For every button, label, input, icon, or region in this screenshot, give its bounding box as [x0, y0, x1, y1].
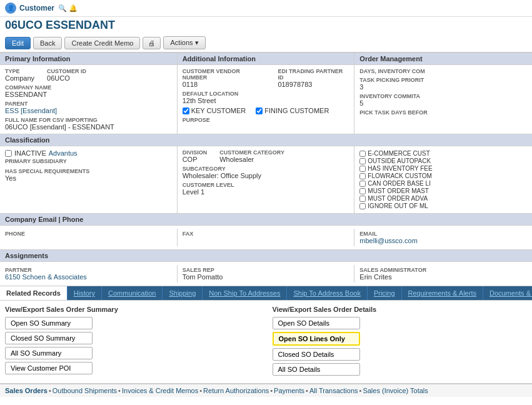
fining-customer-checkbox[interactable]	[256, 108, 263, 114]
bottom-link[interactable]: Sales (Invoice) Totals	[363, 387, 428, 394]
key-customer-label: KEY CUSTOMER	[191, 107, 246, 114]
classification-left: INACTIVE Advantus PRIMARY SUBSIDIARY HAS…	[0, 146, 178, 213]
bottom-link[interactable]: Invoices & Credit Memos	[122, 387, 198, 394]
right-checkbox[interactable]	[359, 166, 366, 172]
customer-id-label: CUSTOMER ID	[47, 68, 86, 74]
right-check-item: E-COMMERCE CUST	[359, 150, 527, 157]
right-check-item: OUTSIDE AUTOPACK	[359, 158, 527, 164]
right-checkbox[interactable]	[359, 173, 366, 179]
primary-subsidiary-label: PRIMARY SUBSIDIARY	[5, 158, 172, 164]
customer-category-value: Wholesaler	[219, 156, 284, 163]
edit-button[interactable]: Edit	[5, 37, 31, 49]
tab-content: View/Export Sales Order Summary Open SO …	[0, 301, 532, 384]
sales-rep-value: Tom Pomatto	[183, 273, 349, 281]
bottom-link[interactable]: Outbound Shipments	[53, 387, 117, 394]
key-customer-checkbox[interactable]	[183, 108, 189, 114]
assignments-header: Assignments	[0, 250, 532, 262]
email-value: mbelli@ussco.com	[359, 237, 527, 244]
partner-label: PARTNER	[5, 267, 172, 273]
partner-section: PARTNER 6150 Schoen & Associates	[0, 265, 178, 282]
bottom-link-separator: •	[306, 387, 308, 394]
email-label: EMAIL	[359, 231, 527, 237]
inactive-checkbox[interactable]	[5, 150, 12, 157]
classification-right: E-COMMERCE CUSTOUTSIDE AUTOPACKHAS INVEN…	[354, 146, 532, 213]
company-name-value: ESSENDANT	[5, 91, 172, 98]
full-name-label: FULL NAME FOR CSV IMPORTING	[5, 117, 172, 123]
fax-label: FAX	[183, 231, 349, 237]
bottom-link[interactable]: Payments	[274, 387, 304, 394]
parent-value: ESS [Essendant]	[5, 107, 172, 114]
so-summary-button[interactable]: Open SO Summary	[5, 317, 93, 329]
subcategory-value: Wholesaler: Office Supply	[183, 172, 349, 179]
right-checkbox[interactable]	[359, 203, 366, 209]
bottom-link-separator: •	[49, 387, 51, 394]
purpose-label: PURPOSE	[183, 117, 349, 123]
right-checkbox[interactable]	[359, 181, 366, 187]
additional-info-header: Additional Information	[178, 53, 355, 64]
tab-pricing[interactable]: Pricing	[368, 286, 402, 300]
section-headers-row: Primary Information Additional Informati…	[0, 53, 532, 65]
right-check-item: IGNORE OUT OF ML	[359, 202, 527, 209]
so-details-button[interactable]: Open SO Lines Only	[273, 332, 360, 346]
right-checkbox[interactable]	[359, 188, 366, 194]
right-check-item: FLOWRACK CUSTOM	[359, 172, 527, 179]
sales-admin-value: Erin Crites	[359, 273, 527, 281]
has-special-label: HAS SPECIAL REQUIREMENTS	[5, 168, 172, 174]
actions-button[interactable]: Actions ▾	[163, 36, 205, 49]
so-summary-button[interactable]: Closed SO Summary	[5, 332, 93, 344]
so-summary-section: View/Export Sales Order Summary Open SO …	[5, 306, 260, 378]
tab-non-ship[interactable]: Non Ship To Addresses	[203, 286, 287, 300]
right-checkbox[interactable]	[359, 196, 366, 202]
inactive-value: Advantus	[49, 149, 78, 157]
so-summary-title: View/Export Sales Order Summary	[5, 306, 260, 313]
so-details-section: View/Export Sales Order Details Open SO …	[273, 306, 528, 378]
division-label: DIVISION	[183, 149, 208, 156]
classification-middle: DIVISION COP CUSTOMER CATEGORY Wholesale…	[178, 146, 355, 213]
right-checkbox[interactable]	[359, 158, 366, 164]
right-check-item: HAS INVENTORY FEE	[359, 165, 527, 172]
tab-history[interactable]: History	[68, 286, 102, 300]
phone-label: PHONE	[5, 231, 172, 237]
print-button[interactable]: 🖨	[143, 37, 161, 49]
task-picking-value: 3	[359, 83, 527, 91]
tab-ship-to[interactable]: Ship To Address Book	[287, 286, 367, 300]
page-title: 06UCO ESSENDANT	[0, 17, 532, 34]
classification-header: Classification	[0, 134, 532, 146]
fax-section: FAX	[178, 229, 355, 246]
type-label: TYPE	[5, 68, 34, 74]
bottom-link[interactable]: Return Authorizations	[203, 387, 269, 394]
bottom-link-separator: •	[118, 387, 121, 394]
fining-customer-label: FINING CUSTOMER	[264, 107, 329, 114]
bottom-link[interactable]: Sales Orders	[5, 387, 48, 394]
subcategory-label: SUBCATEGORY	[183, 166, 349, 172]
so-details-button[interactable]: Closed SO Details	[273, 348, 360, 361]
tab-communication[interactable]: Communication	[102, 286, 163, 300]
pick-task-label: PICK TASK DAYS BEFOR	[359, 109, 527, 116]
right-checkbox[interactable]	[359, 151, 366, 157]
sales-admin-label: SALES ADMINISTRATOR	[359, 267, 527, 273]
tab-documents[interactable]: Documents & Testing	[483, 286, 532, 300]
create-credit-memo-button[interactable]: Create Credit Memo	[64, 37, 140, 49]
so-details-button[interactable]: Open SO Details	[273, 317, 360, 329]
so-details-button[interactable]: All SO Details	[273, 363, 360, 376]
right-check-item: CAN ORDER BASE LI	[359, 180, 527, 187]
back-button[interactable]: Back	[33, 37, 62, 49]
breadcrumb[interactable]: Customer	[19, 4, 54, 12]
bottom-link[interactable]: All Transactions	[309, 387, 358, 394]
so-summary-button[interactable]: View Customer POI	[5, 362, 93, 374]
customer-category-label: CUSTOMER CATEGORY	[219, 149, 284, 156]
customer-level-value: Level 1	[183, 188, 349, 196]
tab-shipping[interactable]: Shipping	[163, 286, 203, 300]
right-check-item: MUST ORDER MAST	[359, 188, 527, 194]
additional-info-content: CUSTOMER VENDOR NUMBER 0118 EDI TRADING …	[178, 65, 355, 134]
inventory-commit-value: 5	[359, 99, 527, 107]
edi-label: EDI TRADING PARTNER ID	[278, 68, 349, 81]
bottom-link-separator: •	[199, 387, 202, 394]
bottom-link-separator: •	[359, 387, 362, 394]
customer-vendor-label: CUSTOMER VENDOR NUMBER	[183, 68, 266, 81]
so-details-title: View/Export Sales Order Details	[273, 306, 528, 313]
tab-requirements[interactable]: Requirements & Alerts	[402, 286, 483, 300]
so-summary-button[interactable]: All SO Summary	[5, 347, 93, 359]
tab-related-records[interactable]: Related Records	[0, 286, 68, 300]
toolbar: Edit Back Create Credit Memo 🖨 Actions ▾	[0, 34, 532, 53]
